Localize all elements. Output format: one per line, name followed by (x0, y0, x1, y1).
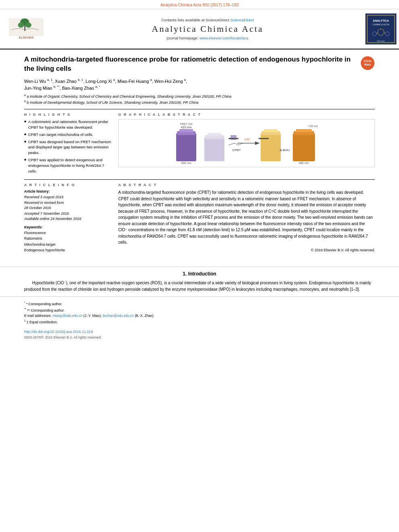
journal-center: Contents lists available at ScienceDirec… (52, 12, 363, 46)
graphical-abstract-box: 410 nm FRET ON ClO⁻ 580 nm 480 nm ≈1 (118, 119, 375, 167)
footnote-emails: E-mail addresses: miaojy@sdu.edu.cn (J.-… (24, 313, 375, 319)
highlights-column: H I G H L I G H T S A colorimetric and r… (24, 113, 113, 175)
svg-text:480 nm: 480 nm (298, 161, 309, 165)
list-item: CPBT was designed based on FRET mechanis… (24, 139, 113, 156)
highlights-graphical-section: H I G H L I G H T S A colorimetric and r… (24, 109, 375, 175)
article-title: A mitochondria-targeted fluorescence pro… (24, 55, 360, 74)
article-title-row: A mitochondria-targeted fluorescence pro… (24, 55, 375, 74)
authors: Wen-Li Wu a, 1, Xuan Zhao b, 1, Long-Lon… (24, 78, 375, 91)
svg-text:Cross: Cross (364, 60, 372, 62)
separator (0, 267, 399, 267)
introduction-section: 1. Introduction Hypochlorite (ClO⁻), one… (0, 271, 399, 292)
svg-text:Elsevier: Elsevier (377, 40, 385, 42)
article-info-abstract-section: A R T I C L E I N F O Article history: R… (24, 179, 375, 253)
svg-text:ClO⁻: ClO⁻ (245, 138, 251, 141)
list-item: CPBT can target mitochondria of cells. (24, 132, 113, 138)
highlights-list: A colorimetric and ratiometric fluoresce… (24, 119, 113, 174)
journal-reference-link[interactable]: Analytica Chimica Acta 950 (2017) 178–18… (160, 3, 239, 7)
crossmark-logo: Cross Mark (360, 56, 375, 70)
keywords-title: Keywords: (24, 225, 113, 229)
graphical-abstract-heading: G R A P H I C A L A B S T R A C T (118, 113, 375, 117)
svg-text:FRET ON: FRET ON (180, 123, 193, 125)
email-link-2[interactable]: bxzhao@sdu.edu.cn (103, 314, 134, 318)
svg-rect-22 (204, 137, 224, 161)
top-bar: Analytica Chimica Acta 950 (2017) 178–18… (0, 0, 399, 9)
list-item: A colorimetric and ratiometric fluoresce… (24, 119, 113, 130)
svg-text:≈15 nm: ≈15 nm (308, 124, 318, 128)
history-title: Article history: (24, 189, 113, 193)
article-info-heading: A R T I C L E I N F O (24, 183, 113, 187)
list-item: CPBT was applied to detect exogenous and… (24, 157, 113, 174)
svg-rect-37 (261, 135, 267, 140)
svg-text:580 nm: 580 nm (181, 161, 191, 165)
svg-point-4 (25, 23, 31, 28)
journal-cover-image: ANALYTICA CHIMICA ACTA Elsevier (365, 13, 397, 45)
abstract-heading: A B S T R A C T (118, 183, 375, 187)
footnotes: * * Corresponding author. ** ** Correspo… (0, 296, 399, 327)
svg-rect-21 (179, 129, 193, 132)
copyright-bottom: 0003-2670/© 2016 Elsevier B.V. All right… (0, 335, 399, 343)
introduction-title: 1. Introduction (24, 271, 375, 277)
svg-text:CPBT: CPBT (232, 148, 241, 152)
introduction-text: Hypochlorite (ClO⁻), one of the importan… (24, 280, 375, 292)
journal-title: Analytica Chimica Acta (152, 24, 263, 34)
contents-line: Contents lists available at ScienceDirec… (161, 18, 254, 22)
svg-rect-36 (228, 138, 239, 139)
footnote-corresponding-2: ** ** Corresponding author. (24, 307, 375, 313)
svg-rect-38 (259, 138, 269, 139)
doi-link[interactable]: http://dx.doi.org/10.1016/j.aca.2016.11.… (24, 330, 93, 334)
cover-svg: ANALYTICA CHIMICA ACTA Elsevier (366, 14, 396, 44)
journal-homepage: journal homepage: www.elsevier.com/locat… (167, 36, 249, 40)
elsevier-logo-svg: ELSEVIER (6, 17, 46, 41)
graphical-abstract-svg: 410 nm FRET ON ClO⁻ 580 nm 480 nm ≈1 (172, 121, 321, 165)
svg-text:ANALYTICA: ANALYTICA (373, 19, 389, 22)
footnote-corresponding-1: * * Corresponding author. (24, 301, 375, 307)
footnote-equal-contribution: 1 1 Equal contribution. (24, 319, 375, 325)
abstract-column: A B S T R A C T A mitochondria-targeted … (118, 183, 375, 253)
svg-rect-35 (230, 135, 237, 140)
svg-point-3 (18, 23, 24, 28)
svg-text:B-BHU: B-BHU (280, 148, 290, 152)
svg-rect-30 (296, 129, 312, 132)
abstract-text: A mitochondria-targeted fluorescence pro… (118, 189, 375, 246)
article-history: Article history: Received 3 August 2016 … (24, 189, 113, 222)
svg-text:Mark: Mark (364, 63, 371, 66)
svg-rect-19 (176, 133, 196, 161)
journal-homepage-link[interactable]: www.elsevier.com/locate/aca (200, 36, 248, 40)
article-info-column: A R T I C L E I N F O Article history: R… (24, 183, 113, 253)
article-area: A mitochondria-targeted fluorescence pro… (0, 49, 399, 263)
sciencedirect-link[interactable]: ScienceDirect (230, 18, 254, 22)
abstract-copyright: © 2016 Elsevier B.V. All rights reserved… (118, 248, 375, 252)
svg-rect-27 (264, 129, 278, 132)
svg-rect-24 (208, 133, 221, 136)
journal-cover-image-container: ANALYTICA CHIMICA ACTA Elsevier (363, 12, 399, 46)
highlights-heading: H I G H L I G H T S (24, 113, 113, 117)
svg-text:410 nm: 410 nm (181, 125, 192, 129)
email-link-1[interactable]: miaojy@sdu.edu.cn (52, 314, 82, 318)
svg-text:CHIMICA ACTA: CHIMICA ACTA (372, 23, 389, 26)
doi-line: http://dx.doi.org/10.1016/j.aca.2016.11.… (0, 327, 399, 335)
svg-rect-28 (293, 133, 315, 161)
journal-header: ELSEVIER Contents lists available at Sci… (0, 9, 399, 49)
elsevier-logo-container: ELSEVIER (0, 12, 52, 46)
keywords-block: Keywords: Fluorescence Ratiometric Mitoc… (24, 225, 113, 253)
svg-text:ELSEVIER: ELSEVIER (19, 36, 34, 39)
svg-line-44 (228, 143, 234, 145)
affiliations: a a Institute of Organic Chemistry, Scho… (24, 93, 375, 105)
graphical-abstract-column: G R A P H I C A L A B S T R A C T (118, 113, 375, 175)
